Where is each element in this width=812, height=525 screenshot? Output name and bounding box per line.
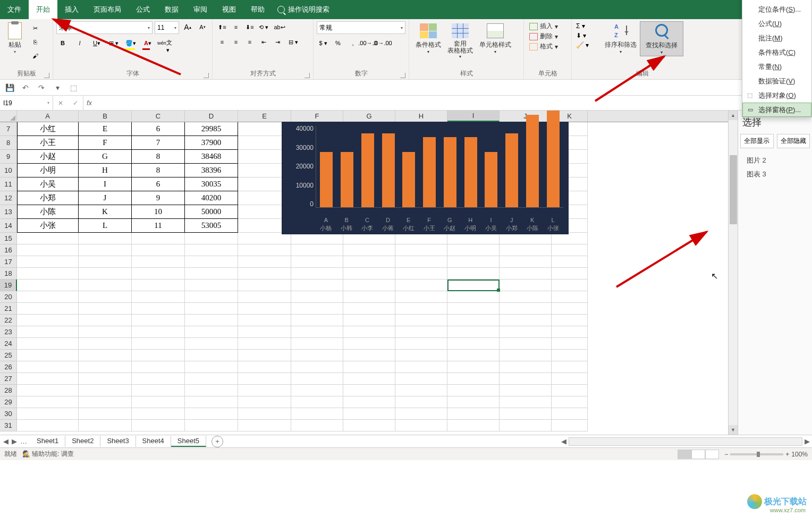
row-header[interactable]: 13 — [0, 205, 17, 219]
cell[interactable]: 38396 — [185, 164, 238, 177]
row-header[interactable]: 24 — [0, 338, 17, 350]
increase-font-button[interactable]: A▴ — [181, 21, 194, 33]
row-header[interactable]: 19 — [0, 280, 17, 291]
cell[interactable] — [552, 338, 588, 350]
border-button[interactable]: ⊞ ▾ — [107, 37, 120, 49]
cell[interactable] — [132, 361, 185, 373]
cell[interactable] — [291, 373, 343, 385]
fx-icon[interactable]: fx — [83, 99, 92, 107]
cell[interactable]: 40200 — [185, 191, 238, 205]
cell[interactable] — [500, 256, 552, 268]
scroll-down-button[interactable]: ▼ — [729, 425, 738, 435]
cell[interactable] — [343, 280, 395, 291]
cell[interactable] — [17, 291, 79, 303]
cell[interactable] — [395, 385, 447, 396]
decrease-indent-button[interactable]: ⇤ — [257, 36, 270, 48]
row-header[interactable]: 27 — [0, 373, 17, 385]
cell[interactable]: 6 — [132, 122, 185, 136]
cell[interactable] — [17, 408, 79, 420]
cell[interactable] — [238, 385, 291, 396]
cell[interactable] — [79, 280, 132, 291]
cell[interactable] — [552, 244, 588, 256]
cell[interactable] — [395, 408, 447, 420]
cell[interactable] — [291, 256, 343, 268]
row-header[interactable]: 17 — [0, 256, 17, 268]
clipboard-launcher[interactable] — [44, 73, 49, 78]
cell[interactable] — [395, 361, 447, 373]
cell[interactable] — [238, 303, 291, 315]
cell[interactable] — [447, 408, 500, 420]
cell[interactable] — [132, 291, 185, 303]
cell[interactable]: G — [79, 150, 132, 164]
fill-button[interactable]: ⬇ ▾ — [576, 32, 589, 39]
cell[interactable] — [79, 315, 132, 326]
normal-view-button[interactable] — [678, 450, 691, 459]
cell[interactable] — [291, 338, 343, 350]
cell[interactable]: K — [79, 205, 132, 219]
cell[interactable] — [79, 373, 132, 385]
cell[interactable] — [238, 361, 291, 373]
cell[interactable] — [17, 350, 79, 361]
decrease-decimal-button[interactable]: .0→.00 — [376, 37, 389, 49]
italic-button[interactable]: I — [73, 37, 86, 49]
cell[interactable]: F — [79, 136, 132, 150]
autosum-button[interactable]: Σ ▾ — [576, 22, 589, 30]
cell[interactable] — [552, 420, 588, 431]
row-header[interactable]: 10 — [0, 164, 17, 177]
cell[interactable] — [500, 244, 552, 256]
cell[interactable] — [185, 396, 238, 408]
cell[interactable] — [132, 233, 185, 244]
scroll-up-button[interactable]: ▲ — [729, 111, 738, 120]
font-name-combo[interactable]: 宋体▾ — [56, 21, 153, 34]
column-header[interactable]: G — [343, 111, 395, 122]
find-menu-item[interactable]: 批注(M) — [742, 31, 811, 45]
cell[interactable]: H — [79, 164, 132, 177]
select-all-corner[interactable] — [0, 111, 17, 122]
cell[interactable] — [343, 326, 395, 338]
cell[interactable] — [447, 303, 500, 315]
cell[interactable] — [132, 396, 185, 408]
cell[interactable] — [17, 396, 79, 408]
sheet-tab[interactable]: Sheet2 — [65, 436, 100, 447]
cell[interactable] — [132, 244, 185, 256]
cell[interactable] — [500, 361, 552, 373]
cell[interactable] — [447, 244, 500, 256]
cell[interactable] — [500, 315, 552, 326]
cell[interactable] — [291, 268, 343, 280]
delete-cells-button[interactable]: 删除 ▾ — [527, 31, 560, 41]
column-header[interactable]: H — [395, 111, 447, 122]
cell[interactable]: 小赵 — [17, 150, 79, 164]
column-header[interactable]: E — [238, 111, 291, 122]
cell[interactable] — [395, 291, 447, 303]
cell[interactable] — [447, 315, 500, 326]
cell[interactable] — [132, 373, 185, 385]
cell[interactable] — [238, 350, 291, 361]
merge-button[interactable]: ⊟ ▾ — [285, 36, 302, 48]
cell[interactable] — [552, 350, 588, 361]
cell[interactable] — [238, 244, 291, 256]
cell[interactable]: 53005 — [185, 219, 238, 233]
cell[interactable] — [132, 385, 185, 396]
sheet-tab[interactable]: Sheet3 — [100, 436, 136, 447]
cell[interactable]: E — [79, 122, 132, 136]
scroll-thumb[interactable] — [730, 155, 737, 224]
tab-help[interactable]: 帮助 — [243, 0, 272, 19]
column-header[interactable]: D — [185, 111, 238, 122]
cell[interactable] — [343, 315, 395, 326]
cell[interactable] — [343, 408, 395, 420]
cell[interactable] — [343, 350, 395, 361]
cell[interactable]: 29985 — [185, 122, 238, 136]
align-center-button[interactable]: ≡ — [230, 36, 242, 48]
align-top-button[interactable]: ⬆≡ — [216, 21, 229, 33]
accounting-button[interactable]: $ ▾ — [317, 37, 329, 49]
cell[interactable] — [79, 350, 132, 361]
cell[interactable] — [500, 420, 552, 431]
cell[interactable] — [132, 420, 185, 431]
name-box[interactable]: I19▾ — [0, 96, 53, 110]
cell[interactable] — [17, 420, 79, 431]
cell[interactable]: J — [79, 191, 132, 205]
tab-layout[interactable]: 页面布局 — [86, 0, 129, 19]
cell[interactable] — [552, 373, 588, 385]
format-cells-button[interactable]: 格式 ▾ — [527, 41, 560, 52]
cell[interactable] — [447, 326, 500, 338]
